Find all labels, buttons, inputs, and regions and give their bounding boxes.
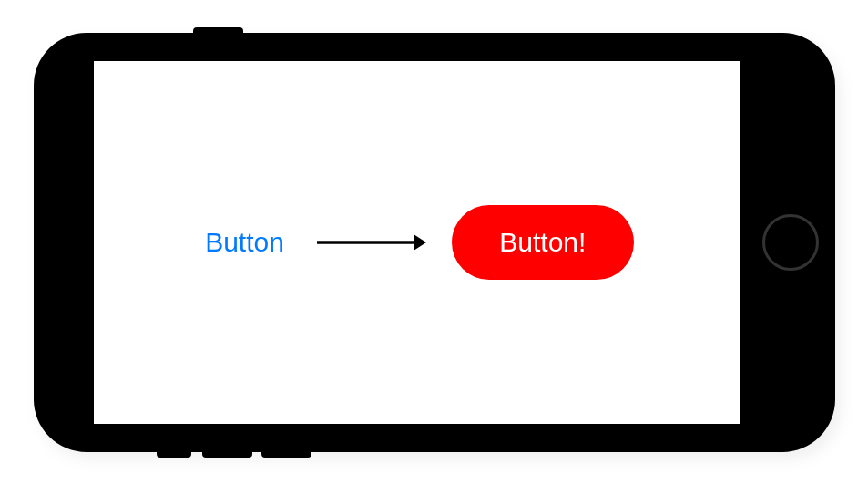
power-button: [193, 27, 243, 33]
volume-up-button: [202, 452, 252, 458]
mute-switch: [157, 452, 191, 458]
volume-down-button: [261, 452, 311, 458]
phone-body: Button Button!: [34, 33, 835, 452]
plain-button[interactable]: Button: [199, 227, 290, 258]
styled-button[interactable]: Button!: [452, 205, 634, 280]
home-button[interactable]: [762, 214, 819, 271]
svg-marker-1: [414, 234, 426, 251]
phone-screen: Button Button!: [94, 61, 740, 424]
arrow-right-icon: [315, 232, 426, 253]
phone-device: Button Button!: [34, 33, 835, 452]
screen-content: Button Button!: [94, 61, 740, 424]
